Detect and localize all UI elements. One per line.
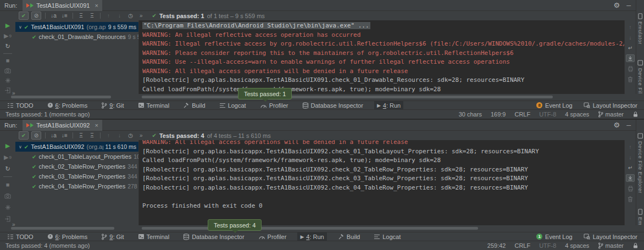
layout-inspector-button[interactable]: Layout Inspector: [584, 102, 637, 109]
toolwindow-button-problems[interactable]: 6: Problems: [45, 101, 91, 110]
caret-position[interactable]: 259:42: [487, 242, 506, 249]
toolwindow-button-todo[interactable]: TODO: [4, 101, 36, 110]
show-ignored-button[interactable]: ⊘: [31, 131, 41, 140]
soft-wrap-icon[interactable]: ↵: [628, 44, 632, 52]
down-stacktrace-icon[interactable]: ↓: [629, 34, 632, 41]
gear-icon[interactable]: ⚙: [614, 121, 620, 129]
rerun-failed-tests-icon[interactable]: ▶9: [4, 153, 12, 162]
toolwindow-button-build[interactable]: Build: [180, 101, 208, 110]
expand-all-icon[interactable]: Ξ: [77, 13, 85, 19]
rerun-tests-icon[interactable]: ▶: [5, 22, 10, 29]
screenshot-icon[interactable]: [4, 192, 11, 200]
more-actions-icon[interactable]: »: [140, 13, 143, 19]
test-tree-item[interactable]: ✔ check_01_Drawable_Resources 9 s 559 ms: [15, 32, 138, 42]
git-branch-widget[interactable]: master: [598, 242, 624, 249]
show-passed-button[interactable]: ✔: [19, 12, 29, 20]
layout-inspector-button[interactable]: Layout Inspector: [584, 234, 637, 240]
toolwindow-button-run[interactable]: ▶4: Run: [297, 232, 326, 241]
indent-setting[interactable]: 4 spaces: [565, 111, 589, 118]
previous-occurrence-icon[interactable]: ↑: [104, 13, 113, 19]
expand-all-icon[interactable]: Ξ: [77, 132, 85, 138]
collapse-all-icon[interactable]: Ξ: [88, 13, 96, 19]
print-icon[interactable]: [628, 185, 634, 192]
stop-icon[interactable]: ■: [6, 180, 10, 188]
toolwindow-button-todo[interactable]: TODO: [4, 232, 36, 241]
next-occurrence-icon[interactable]: ↓: [115, 132, 124, 138]
tree-hscrollbar[interactable]: [11, 96, 111, 98]
git-branch-widget[interactable]: master: [598, 111, 624, 118]
soft-wrap-icon[interactable]: ↵: [628, 164, 632, 171]
gear-icon[interactable]: ⚙: [614, 1, 620, 9]
toolwindow-button-profiler[interactable]: Profiler: [256, 232, 290, 241]
toolwindow-button-problems[interactable]: 6: Problems: [45, 232, 91, 241]
toggle-auto-test-icon[interactable]: ↻: [5, 165, 10, 173]
caret-position[interactable]: 169:9: [491, 111, 506, 118]
previous-occurrence-icon[interactable]: ↑: [104, 132, 113, 138]
close-icon[interactable]: ×: [95, 122, 98, 129]
toolwindow-button-build[interactable]: Build: [335, 232, 363, 241]
next-occurrence-icon[interactable]: ↓: [115, 13, 124, 19]
run-tab-testa1basicuix091[interactable]: TestA1BasicUIX091 ×: [23, 0, 102, 11]
close-icon[interactable]: ×: [95, 2, 98, 9]
toolwindow-button-logcat[interactable]: Logcat: [371, 232, 403, 241]
show-passed-button[interactable]: ✔: [19, 131, 29, 140]
toolwindow-button-device-file-explorer[interactable]: Device File Explorer: [637, 60, 643, 94]
sort-by-duration-icon[interactable]: ↓≡: [60, 13, 69, 19]
toolwindow-button-terminal[interactable]: Terminal: [135, 101, 173, 110]
write-access-lock-icon[interactable]: [632, 242, 639, 249]
toggle-auto-test-icon[interactable]: ↻: [5, 43, 10, 50]
console-hscrollbar[interactable]: [142, 96, 553, 98]
sort-alphabetically-icon[interactable]: ↓a: [49, 132, 58, 138]
sort-by-duration-icon[interactable]: ↓≡: [60, 132, 69, 138]
test-tree-item[interactable]: ✔ check_04_TableRow_Properties 278 ms: [15, 181, 138, 191]
toolwindow-button-database-inspector[interactable]: Database Inspector: [180, 232, 247, 241]
event-log-button[interactable]: 8Event Log: [536, 102, 573, 109]
line-ending[interactable]: CRLF: [514, 111, 530, 118]
toolwindow-button-terminal[interactable]: Terminal: [135, 232, 173, 241]
screenshot-icon[interactable]: [4, 67, 11, 74]
collapse-all-icon[interactable]: Ξ: [88, 132, 96, 138]
down-stacktrace-icon[interactable]: ↓: [629, 153, 632, 161]
rerun-tests-icon[interactable]: ▶: [5, 142, 10, 150]
import-tests-icon[interactable]: [4, 87, 11, 94]
hide-icon[interactable]: ─: [626, 122, 631, 129]
hide-icon[interactable]: ─: [626, 2, 631, 9]
test-spark-icon[interactable]: [5, 77, 11, 84]
more-actions-icon[interactable]: »: [140, 132, 143, 138]
toolwindow-button-emulator[interactable]: Emulator: [637, 209, 643, 225]
test-history-icon[interactable]: ◷: [126, 132, 135, 138]
print-icon[interactable]: [628, 65, 634, 73]
toolwindow-button-git[interactable]: 9: Git: [98, 101, 126, 110]
toolwindow-button-profiler[interactable]: Profiler: [257, 101, 291, 110]
toolwindow-button-git[interactable]: 9: Git: [98, 232, 126, 241]
up-stacktrace-icon[interactable]: ↑: [629, 143, 632, 151]
test-spark-icon[interactable]: [5, 203, 11, 212]
encoding[interactable]: UTF-8: [539, 242, 556, 249]
toolwindow-button-database-inspector[interactable]: Database Inspector: [299, 101, 366, 110]
toolwindow-button-logcat[interactable]: Logcat: [216, 101, 249, 110]
scroll-to-end-icon[interactable]: [626, 174, 635, 182]
write-access-lock-icon[interactable]: [632, 111, 639, 118]
up-stacktrace-icon[interactable]: ↑: [629, 23, 632, 31]
toolwindow-button-emulator[interactable]: Emulator: [637, 13, 643, 45]
stop-icon[interactable]: ■: [6, 57, 10, 64]
scroll-to-end-icon[interactable]: [626, 54, 635, 62]
test-tree-item[interactable]: ✔ check_02_TableRow_Properties 344 ms: [15, 162, 138, 171]
import-tests-icon[interactable]: [4, 215, 11, 223]
line-ending[interactable]: CRLF: [514, 242, 530, 249]
toolwindow-button-device-file-explorer[interactable]: Device File Explorer: [637, 133, 643, 193]
indent-setting[interactable]: 4 spaces: [565, 242, 589, 249]
clear-console-icon[interactable]: [628, 195, 633, 203]
test-history-icon[interactable]: ◷: [126, 13, 135, 19]
tree-hscrollbar[interactable]: [11, 227, 114, 230]
show-ignored-button[interactable]: ⊘: [31, 12, 41, 20]
clear-console-icon[interactable]: [628, 75, 633, 83]
encoding[interactable]: UTF-8: [539, 111, 556, 118]
test-tree-item[interactable]: ✔ check_01_TableLayout_Properties 10 s 6…: [15, 152, 138, 162]
event-log-button[interactable]: 1Event Log: [536, 234, 573, 240]
test-tree-item[interactable]: ✔ check_03_TableRow_Properties 344 ms: [15, 171, 138, 181]
rerun-failed-tests-icon[interactable]: ▶9: [4, 32, 12, 40]
test-tree-root[interactable]: ∨ ✔ TestA1BasicUIX091 (org.aplas.basicap…: [15, 22, 138, 32]
console-hscrollbar[interactable]: [142, 227, 478, 230]
sort-alphabetically-icon[interactable]: ↓a: [49, 13, 58, 19]
